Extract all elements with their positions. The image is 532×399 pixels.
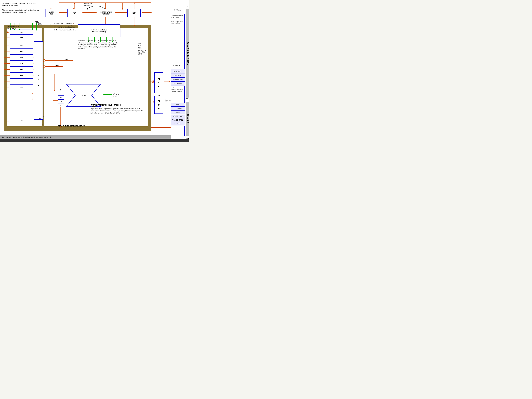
svg-marker-57 xyxy=(66,12,67,13)
addr-4gb: 4GB xyxy=(186,98,189,99)
mar-box: MAR xyxy=(154,72,163,93)
ebx-box: ebx xyxy=(10,49,33,55)
sf-box: SF xyxy=(58,103,64,107)
available-ram-label: Available space for RAM modulesup to abo… xyxy=(171,15,184,24)
svg-marker-98 xyxy=(103,94,105,95)
svg-marker-67 xyxy=(74,3,75,4)
x-bus-label: X BUS xyxy=(55,65,60,67)
svg-point-138 xyxy=(152,101,154,103)
main-internal-bus-label: MAIN INTERNAL BUS xyxy=(58,124,85,127)
bottom-bus-register xyxy=(4,126,43,129)
clock-osc-box: CLOCKOSC xyxy=(45,9,57,17)
edi-box: edi xyxy=(10,72,33,78)
bottom-bar xyxy=(0,139,189,142)
eax-box: eax xyxy=(10,43,33,49)
y-mux-label: Y MUX xyxy=(38,117,42,119)
x-sel-label: X SEL xyxy=(38,23,42,25)
ebp-box: ebp xyxy=(10,78,33,84)
dos-area-box: DOS area xyxy=(171,6,185,14)
cf-box: CF xyxy=(58,100,64,103)
edx-box: edx xyxy=(10,61,33,66)
conceptual-cpu-heading: CONCEPTUAL CPU xyxy=(90,103,121,107)
vga-control-box: VGA CONTROL xyxy=(171,118,185,122)
pf-box: PF xyxy=(58,96,64,100)
keyboard-box: KEYBOARD xyxy=(171,107,185,110)
svg-text:ALU: ALU xyxy=(82,95,86,97)
main-bus-bottom xyxy=(4,129,151,131)
esi-box: esi xyxy=(10,66,33,72)
svg-marker-125 xyxy=(42,124,43,125)
svg-marker-68 xyxy=(87,8,88,10)
svg-point-140 xyxy=(43,59,45,62)
tr-box: TR xyxy=(10,117,33,124)
svg-marker-23 xyxy=(10,98,11,100)
svg-marker-53 xyxy=(72,60,73,61)
svg-marker-86 xyxy=(51,24,51,25)
video-buffers-box: Video buffers xyxy=(171,69,185,73)
zf-box: ZF xyxy=(58,88,64,92)
sound-buffers-box: Sound buffers xyxy=(171,73,185,77)
svg-marker-88 xyxy=(36,29,37,31)
y-bus-label: Y BUS xyxy=(63,59,68,61)
addr-0-top: 0 xyxy=(188,6,189,8)
svg-marker-72 xyxy=(133,25,135,27)
mem-space-section: 0 MEM MAPPED SPACE 4GB 0 xyxy=(186,6,189,101)
svg-marker-74 xyxy=(133,3,135,4)
mouse-port-box: MOUSE PORT xyxy=(171,114,185,118)
y-sel-label: Y SEL xyxy=(35,21,39,23)
memory-mapped-note: All these devices are "memory mapped" xyxy=(171,89,184,92)
conceptual-cpu-desc: organization. Omits segmentation, protec… xyxy=(90,108,144,114)
pci-arrow-1: ↓ xyxy=(174,66,175,69)
registers-note: All registers have:LOAD INC DEC xyxy=(7,26,19,30)
svg-marker-110 xyxy=(122,8,123,10)
io-space-label: IO SPACE xyxy=(187,113,189,124)
io-space-section: IO SPACE 64K xyxy=(186,102,189,137)
svg-marker-21 xyxy=(10,93,11,94)
m-pic-box: M PIC xyxy=(171,103,185,107)
pci-label: PCI devices xyxy=(172,64,184,66)
ecx-box: ecx xyxy=(10,55,33,61)
eip-box: EIP xyxy=(127,9,141,17)
svg-point-139 xyxy=(152,80,154,82)
svg-marker-55 xyxy=(62,66,63,67)
mem-mapped-bar: MEM MAPPED SPACE xyxy=(186,9,189,98)
bus-note: Only one data item can occupy the main i… xyxy=(2,136,52,138)
esp-box: esp xyxy=(10,84,33,90)
x-mux-box: XMUX xyxy=(34,41,43,120)
svg-marker-47 xyxy=(32,93,33,94)
fsm-box: FSM xyxy=(67,9,82,17)
left-bus-v xyxy=(4,25,7,129)
svg-point-141 xyxy=(43,65,45,68)
fsm-lines-note: Lines INTO the FSM allow for run-time de… xyxy=(54,23,76,31)
svg-marker-124 xyxy=(54,90,55,91)
etc-label: etc xyxy=(173,86,175,88)
eip-mar-mdr-note: EIPMARMDR:assume theyhave INC,LOAD xyxy=(138,43,154,55)
main-diagram: The clock, FSM and decoder can be called… xyxy=(0,0,189,142)
decoder-box: Instruction and statedecoder gate array xyxy=(78,24,120,37)
alu-func-label: ALU funcselect xyxy=(113,93,119,97)
arrows-note: These arrows represent the LOAD, X and Y… xyxy=(78,40,119,50)
svg-marker-63 xyxy=(150,12,152,13)
s-pic-box: S PIC xyxy=(171,110,185,114)
instruction-register-box: INSTRUCTIONREGISTER xyxy=(97,9,115,17)
temp2-box: TEMP 2 xyxy=(10,35,33,40)
pci-arrow-2: ↓ xyxy=(179,66,180,69)
mem-data-bus-label: Mem databus xyxy=(165,99,171,103)
mdr-box: MDR xyxy=(154,96,163,114)
mem-mapped-label: MEM MAPPED SPACE xyxy=(187,42,189,65)
control-section-note: The clock, FSM and decoder can be called… xyxy=(2,2,41,14)
of-box: OF xyxy=(58,92,64,96)
right-main-bus-v xyxy=(148,25,151,129)
etc-etc-box: ETC ETC xyxy=(171,122,185,126)
svg-marker-49 xyxy=(32,98,33,100)
svg-marker-59 xyxy=(95,12,97,13)
scsi-buffers-box: SCSI buffers xyxy=(171,82,185,86)
network-buffers-box: Network buffers xyxy=(171,77,185,82)
io-space-bar: IO SPACE xyxy=(186,102,189,136)
temp1-box: TEMP 1 xyxy=(10,30,33,35)
timing-label: Timing statevariables xyxy=(84,2,93,6)
internal-external-divider xyxy=(171,0,171,136)
svg-marker-108 xyxy=(169,81,170,82)
